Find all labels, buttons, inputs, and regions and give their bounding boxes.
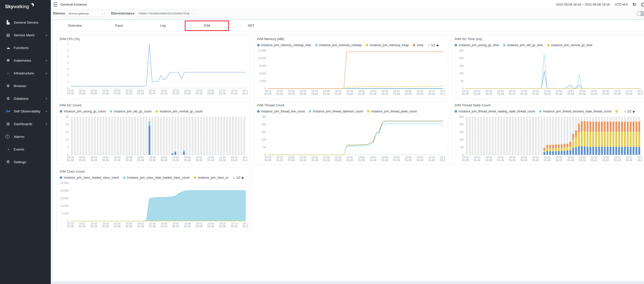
legend-item[interactable]: insta: [413, 43, 423, 47]
chevron-down-icon: ∨: [189, 12, 193, 15]
edit-mode-toggle[interactable]: V: [637, 11, 644, 16]
alarm-exclamation-icon: !: [5, 135, 9, 139]
legend-item[interactable]: [615, 110, 619, 113]
svg-text:200: 200: [459, 57, 464, 60]
chart-canvas[interactable]: 03,0006,0009,00012,00015,00018:1805-0818…: [257, 48, 445, 97]
legend-item[interactable]: instance_jvm_thread_blocked_state_thread…: [539, 110, 611, 113]
svg-text:100: 100: [459, 72, 464, 75]
chart-canvas[interactable]: 05010015020025018:1805-0818:2205-0818:26…: [454, 48, 643, 97]
skywalking-logo[interactable]: Skywalking: [0, 0, 51, 9]
sidebar-item-functions[interactable]: ☁Functions: [0, 41, 51, 54]
legend-item[interactable]: instance_jvm_old_gc_count: [110, 110, 151, 113]
chart-canvas[interactable]: 05010015020025018:1805-0818:2205-0818:26…: [454, 115, 643, 163]
sidebar-item-self-observability[interactable]: SwSelf Observability∨: [0, 105, 51, 118]
chart-canvas[interactable]: 05,00010,00015,00020,00025,00018:1805-08…: [59, 181, 248, 230]
dashboard-container: OverviewTraceLogJVM.NET JVM CPU (%)01234…: [53, 20, 644, 282]
legend-item[interactable]: instance_jvm_memory_heap: [366, 43, 409, 47]
service-label: $Service: [53, 12, 65, 15]
chart-legend: instance_jvm_young_gc_countinstance_jvm_…: [59, 108, 248, 115]
service-select[interactable]: shenyu-gateway ∨: [66, 10, 104, 16]
sidebar-item-service-mesh[interactable]: ▤Service Mesh∨: [0, 29, 51, 41]
legend-dot-icon: [547, 44, 550, 46]
svg-text:05-08: 05-08: [579, 92, 586, 95]
legend-next-icon[interactable]: ▶: [242, 176, 244, 179]
sidebar-item-label: Settings: [14, 160, 26, 164]
legend-item[interactable]: instance_jvm_memory_noheap_max: [257, 43, 311, 47]
sidebar-item-browser[interactable]: ⊕Browser: [0, 79, 51, 92]
sidebar-item-events[interactable]: ◔Events: [0, 143, 51, 156]
chart-panel-jvm-thread-count: JVM Thread Countinstance_jvm_thread_live…: [254, 101, 448, 165]
legend-prev-icon[interactable]: ◀: [233, 176, 235, 179]
legend-item[interactable]: instance_jvm_thread_daemon_count: [309, 110, 363, 113]
sidebar-item-settings[interactable]: ⚙Settings: [0, 156, 51, 168]
svg-text:25: 25: [66, 115, 69, 118]
sidebar-item-label: Database: [14, 97, 28, 101]
sidebar-item-general-service[interactable]: ▙General Service: [0, 16, 51, 29]
legend-item[interactable]: instance_jvm_normal_gc_time: [547, 43, 592, 47]
refresh-icon[interactable]: ↻: [633, 3, 636, 7]
tab-overview[interactable]: Overview: [53, 20, 97, 31]
svg-text:05-08: 05-08: [172, 159, 179, 162]
legend-item[interactable]: instance_jvm_young_gc_time: [455, 43, 499, 47]
tab-net[interactable]: .NET: [229, 20, 273, 31]
auto-refresh-icon[interactable]: [641, 3, 644, 6]
svg-text:05-08: 05-08: [614, 92, 621, 95]
legend-dot-icon: [257, 44, 260, 46]
svg-text:15,000: 15,000: [60, 197, 69, 200]
sidebar-item-kubernetes[interactable]: ☸Kubernetes∨: [0, 54, 51, 67]
legend-item[interactable]: instance_jvm_thread_peak_count: [367, 110, 417, 113]
svg-text:05-08: 05-08: [462, 92, 469, 95]
legend-item[interactable]: instance_jvm_class_total_loaded_class_co…: [123, 176, 190, 179]
legend-prev-icon[interactable]: ◀: [427, 44, 430, 47]
sidebar-item-label: Infrastructure: [14, 71, 34, 75]
svg-text:05-08: 05-08: [67, 159, 74, 162]
legend-item[interactable]: instance_jvm_class_to: [194, 176, 228, 179]
svg-text:05-08: 05-08: [370, 159, 377, 162]
svg-text:05-08: 05-08: [242, 225, 248, 228]
tab-log[interactable]: Log: [141, 20, 185, 31]
sidebar-item-alarms[interactable]: !Alarms: [0, 130, 51, 143]
header-right-controls: 2022-05-08 18:18 ~ 2022-05-08 19:18 UTC+…: [556, 3, 642, 7]
tab-trace[interactable]: Trace: [97, 20, 141, 31]
svg-text:05-08: 05-08: [323, 92, 330, 95]
svg-text:05-08: 05-08: [242, 92, 248, 95]
svg-text:05-08: 05-08: [520, 159, 527, 162]
logo-crescent-icon: [29, 4, 33, 8]
chart-canvas[interactable]: 0123456718:1805-0818:2205-0818:2605-0818…: [59, 42, 248, 97]
time-range-picker[interactable]: 2022-05-08 18:18 ~ 2022-05-08 19:18: [556, 3, 610, 6]
sidebar-item-database[interactable]: ≣Database∨: [0, 92, 51, 105]
svg-text:05-08: 05-08: [405, 159, 412, 162]
legend-dot-icon: [503, 44, 505, 46]
menu-fold-icon[interactable]: [53, 3, 57, 6]
svg-text:05-08: 05-08: [544, 92, 551, 95]
legend-prev-icon[interactable]: ◀: [623, 110, 625, 113]
svg-text:50: 50: [263, 146, 266, 149]
svg-text:5,000: 5,000: [62, 212, 69, 215]
legend-item[interactable]: instance_jvm_thread_live_count: [257, 110, 305, 113]
legend-item[interactable]: instance_jvm_thread_timed_waiting_state_…: [455, 110, 535, 113]
svg-text:05-08: 05-08: [172, 92, 179, 95]
svg-text:05-08: 05-08: [602, 159, 609, 162]
legend-item[interactable]: instance_jvm_memory_noheap: [315, 43, 362, 47]
svg-text:1: 1: [67, 80, 69, 83]
chart-canvas[interactable]: 05010015020025018:1805-0818:2205-0818:26…: [257, 115, 445, 163]
svg-text:05-08: 05-08: [300, 159, 306, 162]
legend-dot-icon: [615, 110, 618, 113]
chart-canvas[interactable]: 051015202518:1805-0818:2205-0818:2605-08…: [59, 115, 248, 163]
legend-next-icon[interactable]: ▶: [633, 110, 635, 113]
tab-jvm[interactable]: JVM: [185, 20, 229, 31]
legend-item[interactable]: instance_jvm_young_gc_count: [60, 110, 106, 113]
legend-item[interactable]: instance_jvm_normal_gc_count: [156, 110, 203, 113]
sidebar-item-dashboards[interactable]: ⊞Dashboards∨: [0, 118, 51, 130]
svg-text:9,000: 9,000: [259, 64, 266, 67]
legend-next-icon[interactable]: ▶: [437, 44, 439, 47]
legend-item[interactable]: instance_jvm_old_gc_time: [503, 43, 543, 47]
legend-item[interactable]: instance_jvm_class_loaded_class_count: [60, 176, 119, 179]
service-instance-select[interactable]: 74d96c778c694c6b9b6322c62d55b765@192.168…: [136, 10, 194, 16]
svg-text:05-08: 05-08: [497, 92, 504, 95]
panel-title: JVM Memory (MB): [257, 37, 445, 42]
svg-text:05-08: 05-08: [381, 159, 388, 162]
svg-text:05-08: 05-08: [485, 92, 492, 95]
svg-text:05-08: 05-08: [90, 225, 97, 228]
sidebar-item-infrastructure[interactable]: ∴Infrastructure∨: [0, 67, 51, 79]
